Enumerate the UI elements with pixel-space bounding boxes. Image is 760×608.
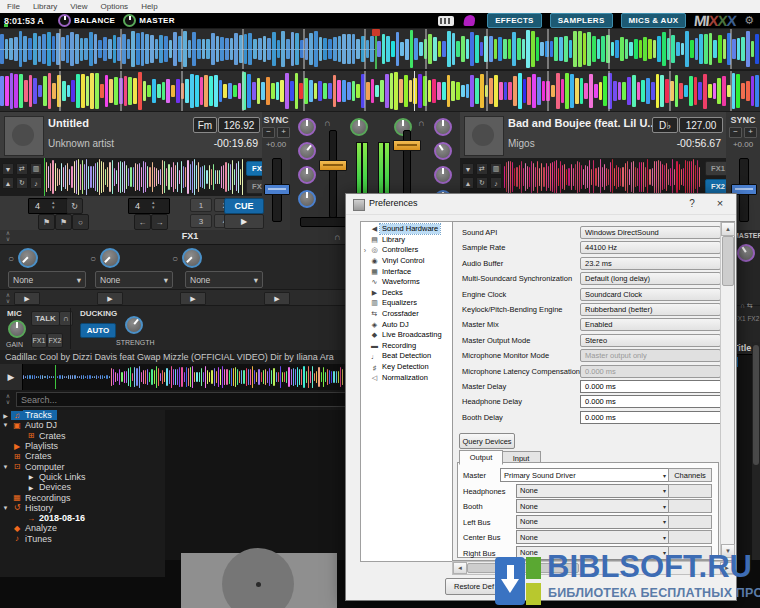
preferences-tree-item[interactable]: ◆ Live Broadcasting	[361, 330, 452, 341]
pitch-minus-button[interactable]: −	[729, 127, 742, 138]
deck2-fx2-button[interactable]: FX2	[705, 179, 726, 194]
reverse-icon[interactable]: ↻	[16, 177, 28, 189]
eq-high-knob-left[interactable]	[298, 118, 316, 136]
deck2-bpm[interactable]: 127.00	[679, 117, 723, 133]
sidebar-item[interactable]: ▼ ↺ History	[0, 503, 165, 513]
deck1-bpm[interactable]: 126.92	[218, 117, 260, 133]
deck1-pitch-handle[interactable]	[264, 184, 290, 195]
spin-down-icon[interactable]: ▾	[52, 205, 60, 210]
passthrough-icon[interactable]: ▼	[462, 163, 474, 175]
reverse-icon[interactable]: ↻	[476, 177, 488, 189]
setting-value[interactable]: Rubberband (better)	[580, 303, 721, 316]
balance-knob[interactable]	[58, 14, 71, 27]
beatloop-size[interactable]: 4	[28, 198, 70, 214]
preferences-tree-item[interactable]: ◉ Vinyl Control	[361, 256, 452, 267]
ducking-strength-knob[interactable]	[125, 316, 143, 334]
close-button[interactable]: ×	[708, 196, 732, 212]
help-button[interactable]: ?	[682, 196, 702, 212]
spin-down-icon[interactable]: ▾	[152, 205, 160, 210]
fx-power-icon[interactable]: ○	[172, 253, 178, 264]
setting-value[interactable]: 0.000 ms	[580, 411, 721, 424]
headphone-cue-left-icon[interactable]: ∩	[324, 118, 331, 128]
setting-value[interactable]: 0.000 ms	[580, 365, 721, 378]
sidebar-item[interactable]: ▦ Recordings	[0, 492, 165, 502]
sidebar-item[interactable]: ◆ Analyze	[0, 523, 165, 533]
fx-headphone-icon[interactable]: ∩	[334, 232, 340, 242]
headphone-cue-right-icon[interactable]: ∩	[418, 118, 425, 128]
mic-gain-knob[interactable]	[8, 320, 26, 338]
preferences-tree-item[interactable]: ∿ Waveforms	[361, 277, 452, 288]
setting-value[interactable]: 23.2 ms	[580, 257, 721, 270]
repeat-icon[interactable]: ⇄	[476, 163, 488, 175]
setting-value[interactable]: Stereo	[580, 334, 721, 347]
sidebar-item[interactable]: ▼ ⊡ Computer	[0, 461, 165, 471]
eject-icon[interactable]: ▲	[2, 177, 14, 189]
deck1-fx2-button[interactable]: FX2	[246, 179, 262, 194]
gear-icon[interactable]: ⚙	[744, 14, 754, 27]
menu-item[interactable]: Library	[33, 2, 57, 11]
channels-cell[interactable]	[668, 530, 712, 544]
preferences-tree-item[interactable]: ◀ Sound Hardware	[361, 224, 452, 235]
sidebar-item[interactable]: ▶ Quick Links	[0, 472, 165, 482]
expander-icon[interactable]: ▼	[0, 505, 11, 511]
eq-mid-knob-left[interactable]	[298, 142, 316, 160]
eq-mid-knob-right[interactable]	[434, 142, 452, 160]
toolbar-toggle-button[interactable]: MICS & AUX	[621, 13, 687, 28]
scrollbar-thumb[interactable]	[722, 236, 734, 286]
expander-icon[interactable]: ▼	[0, 422, 11, 428]
keylock-icon[interactable]: ♪	[490, 177, 502, 189]
cue-button[interactable]: CUE	[224, 198, 264, 214]
sampler-play-button[interactable]: ▶	[180, 292, 206, 305]
channels-cell[interactable]	[668, 499, 712, 513]
deck1-sync-button[interactable]: SYNC	[262, 115, 290, 125]
headphone-icon[interactable]: ∩	[740, 302, 745, 309]
fx-power-icon[interactable]: ○	[90, 253, 96, 264]
sidebar-item[interactable]: ♪ iTunes	[0, 534, 165, 544]
hotcue-button[interactable]: 1	[190, 198, 212, 212]
setting-value[interactable]: 0.000 ms	[580, 380, 721, 393]
deck2-fx1-button[interactable]: FX1	[705, 161, 726, 176]
output-device-combo[interactable]: None▾	[516, 530, 670, 544]
loop-in-button[interactable]: ⚑	[38, 214, 55, 230]
deck2-sync-button[interactable]: SYNC	[726, 115, 760, 125]
sidebar-item[interactable]: ▶ ♫ Tracks	[0, 410, 165, 420]
fx-effect-selector[interactable]: None▾	[185, 271, 263, 288]
deck1-fx1-button[interactable]: FX1	[246, 161, 262, 176]
scroll-left-icon[interactable]: ◄	[453, 562, 467, 574]
output-device-combo[interactable]: Primary Sound Driver▾	[500, 468, 670, 482]
pitch-plus-button[interactable]: +	[744, 127, 757, 138]
cover-art-popup[interactable]	[181, 553, 337, 608]
play-button[interactable]: ▶	[224, 214, 264, 229]
crossfader-assign-icon[interactable]: ⇆	[747, 302, 753, 309]
channels-cell[interactable]	[668, 484, 712, 498]
menu-item[interactable]: Options	[101, 2, 129, 11]
hotcue-button[interactable]: 3	[190, 214, 212, 228]
beatjump-size[interactable]: 4	[128, 198, 170, 214]
sidebar-item[interactable]: ▶ Playlists	[0, 441, 165, 451]
deck1-cover-art[interactable]	[4, 116, 44, 156]
fx-meta-knob[interactable]	[18, 248, 38, 268]
filter-knob-left[interactable]	[298, 190, 316, 208]
sidebar-item[interactable]: ▼ ▣ Auto DJ	[0, 420, 165, 430]
beatjump-forward-button[interactable]: →	[151, 214, 168, 230]
preview-waveform[interactable]	[23, 365, 344, 389]
tab-output[interactable]: Output	[459, 450, 503, 465]
gain-knob-left[interactable]	[350, 118, 368, 136]
deck2-key[interactable]: D♭	[652, 117, 678, 133]
reloop-button[interactable]: ○	[72, 214, 89, 230]
output-device-combo[interactable]: None▾	[516, 515, 670, 529]
expander-icon[interactable]: ›	[361, 247, 369, 254]
setting-value[interactable]: Soundcard Clock	[580, 288, 721, 301]
fx-meta-knob[interactable]	[100, 248, 120, 268]
output-device-combo[interactable]: None▾	[516, 499, 670, 513]
fx-effect-selector[interactable]: None▾	[95, 271, 173, 288]
keylock-icon[interactable]: ♪	[30, 177, 42, 189]
preferences-tree-item[interactable]: ▥ Equalizers	[361, 298, 452, 309]
keyboard-icon[interactable]	[438, 16, 454, 26]
preferences-tree-item[interactable]: ⇆ Crossfader	[361, 309, 452, 320]
volume-fader-left-handle[interactable]	[319, 160, 347, 171]
setting-value[interactable]: 44100 Hz	[580, 241, 721, 254]
channels-cell[interactable]: Channels	[668, 468, 712, 482]
sidebar-item[interactable]: ⊞ Crates	[0, 431, 165, 441]
lamp-icon[interactable]	[463, 15, 476, 26]
